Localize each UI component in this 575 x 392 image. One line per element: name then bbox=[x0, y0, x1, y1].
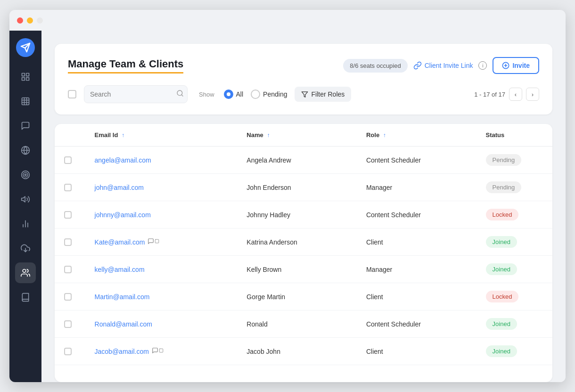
sidebar-item-analytics[interactable] bbox=[15, 213, 36, 234]
col-name-header[interactable]: Name ↑ bbox=[237, 124, 357, 147]
svg-point-15 bbox=[25, 174, 26, 175]
svg-rect-29 bbox=[159, 349, 163, 352]
table-row: angela@amail.com Angela Andrew Content S… bbox=[55, 147, 552, 174]
svg-marker-16 bbox=[22, 196, 25, 202]
svg-rect-3 bbox=[26, 74, 29, 76]
search-input[interactable] bbox=[90, 90, 172, 98]
table-card: Email Id ↑ Name ↑ Role ↑ bbox=[55, 124, 552, 382]
svg-point-14 bbox=[23, 172, 28, 177]
chat-icon bbox=[148, 238, 159, 245]
status-badge-5: Locked bbox=[486, 291, 519, 302]
status-badge-1: Pending bbox=[486, 181, 522, 193]
pagination-prev[interactable]: ‹ bbox=[509, 88, 522, 101]
cell-role-5: Client bbox=[357, 283, 476, 310]
status-badge-7: Joined bbox=[486, 345, 517, 357]
header-actions: 8/6 seats occupied Client Invite Link i bbox=[343, 57, 539, 74]
table-row: john@amail.com John Enderson Manager Pen… bbox=[55, 174, 552, 201]
radio-group: All Pending bbox=[224, 90, 288, 99]
cell-role-1: Manager bbox=[357, 174, 476, 201]
row-checkbox-6[interactable] bbox=[64, 320, 72, 328]
row-checkbox-0[interactable] bbox=[64, 156, 72, 164]
cell-role-6: Content Scheduler bbox=[357, 310, 476, 338]
sidebar bbox=[9, 31, 41, 382]
cell-role-7: Client bbox=[357, 338, 476, 365]
row-checkbox-3[interactable] bbox=[64, 238, 72, 246]
svg-point-21 bbox=[23, 270, 26, 273]
toolbar: Show All Pending bbox=[68, 85, 539, 103]
col-role-header[interactable]: Role ↑ bbox=[357, 124, 476, 147]
all-label: All bbox=[236, 90, 244, 98]
table-row: Ronald@amail.com Ronald Content Schedule… bbox=[55, 310, 552, 338]
minimize-button[interactable] bbox=[27, 17, 33, 24]
table-row: Martin@amail.com Gorge Martin Client Loc… bbox=[55, 283, 552, 310]
invite-link-label: Client Invite Link bbox=[425, 62, 473, 69]
cell-name-2: Johnny Hadley bbox=[237, 201, 357, 229]
svg-rect-4 bbox=[26, 78, 29, 81]
col-check-header bbox=[55, 124, 85, 147]
email-link-7[interactable]: Jacob@amail.com bbox=[95, 348, 149, 355]
table-row: kelly@amail.com Kelly Brown Manager Join… bbox=[55, 256, 552, 283]
cell-name-5: Gorge Martin bbox=[237, 283, 357, 310]
invite-button[interactable]: Invite bbox=[493, 57, 539, 74]
email-link-1[interactable]: john@amail.com bbox=[95, 184, 144, 191]
svg-rect-6 bbox=[22, 98, 29, 105]
svg-rect-28 bbox=[156, 239, 159, 243]
cell-role-0: Content Scheduler bbox=[357, 147, 476, 174]
row-checkbox-7[interactable] bbox=[64, 348, 72, 355]
email-link-4[interactable]: kelly@amail.com bbox=[95, 266, 145, 273]
row-checkbox-5[interactable] bbox=[64, 293, 72, 301]
email-link-3[interactable]: Kate@amail.com bbox=[95, 238, 145, 246]
filter-icon bbox=[301, 91, 308, 98]
cell-name-1: John Enderson bbox=[237, 174, 357, 201]
sidebar-item-grid[interactable] bbox=[15, 91, 36, 112]
email-link-0[interactable]: angela@amail.com bbox=[95, 156, 151, 164]
close-button[interactable] bbox=[17, 17, 23, 24]
cell-name-4: Kelly Brown bbox=[237, 256, 357, 283]
email-link-6[interactable]: Ronald@amail.com bbox=[95, 320, 152, 328]
maximize-button[interactable] bbox=[37, 17, 43, 24]
col-email-header[interactable]: Email Id ↑ bbox=[85, 124, 238, 147]
pending-label: Pending bbox=[263, 90, 287, 98]
sidebar-item-target[interactable] bbox=[15, 164, 36, 185]
cell-role-2: Content Scheduler bbox=[357, 201, 476, 229]
radio-pending[interactable]: Pending bbox=[251, 90, 287, 99]
row-checkbox-2[interactable] bbox=[64, 211, 72, 219]
sidebar-item-team[interactable] bbox=[15, 262, 36, 283]
plus-circle-icon bbox=[502, 62, 509, 69]
data-table: Email Id ↑ Name ↑ Role ↑ bbox=[55, 124, 552, 365]
svg-marker-27 bbox=[302, 91, 308, 97]
status-badge-3: Joined bbox=[486, 236, 517, 248]
row-checkbox-1[interactable] bbox=[64, 184, 72, 191]
main-content: Manage Team & Clients 8/6 seats occupied… bbox=[41, 31, 566, 382]
sidebar-item-dashboard[interactable] bbox=[15, 66, 36, 87]
pagination-next[interactable]: › bbox=[526, 88, 539, 101]
page-title: Manage Team & Clients bbox=[68, 58, 183, 74]
pagination: 1 - 17 of 17 ‹ › bbox=[474, 88, 539, 101]
cell-name-3: Katrina Anderson bbox=[237, 229, 357, 256]
table-row: johnny@amail.com Johnny Hadley Content S… bbox=[55, 201, 552, 229]
sidebar-item-network[interactable] bbox=[15, 140, 36, 161]
sidebar-item-inbox[interactable] bbox=[15, 238, 36, 259]
seats-badge: 8/6 seats occupied bbox=[343, 59, 407, 73]
email-link-2[interactable]: johnny@amail.com bbox=[95, 211, 151, 219]
select-all-checkbox[interactable] bbox=[68, 90, 76, 98]
sidebar-item-messages[interactable] bbox=[15, 115, 36, 136]
titlebar bbox=[9, 10, 566, 31]
filter-roles-label: Filter Roles bbox=[311, 90, 345, 98]
search-box bbox=[84, 85, 188, 103]
email-link-5[interactable]: Martin@amail.com bbox=[95, 293, 150, 301]
info-icon[interactable]: i bbox=[478, 61, 487, 70]
sidebar-item-library[interactable] bbox=[15, 287, 36, 308]
radio-all-dot bbox=[224, 90, 233, 99]
svg-rect-2 bbox=[22, 74, 25, 76]
row-checkbox-4[interactable] bbox=[64, 266, 72, 273]
show-label: Show bbox=[199, 91, 214, 98]
invite-label: Invite bbox=[512, 62, 530, 69]
filter-roles-button[interactable]: Filter Roles bbox=[295, 87, 351, 102]
top-card: Manage Team & Clients 8/6 seats occupied… bbox=[55, 44, 552, 114]
radio-pending-dot bbox=[251, 90, 260, 99]
client-invite-link-button[interactable]: Client Invite Link bbox=[413, 61, 473, 70]
radio-all[interactable]: All bbox=[224, 90, 244, 99]
sidebar-item-campaigns[interactable] bbox=[15, 189, 36, 210]
app-logo[interactable] bbox=[16, 38, 35, 57]
